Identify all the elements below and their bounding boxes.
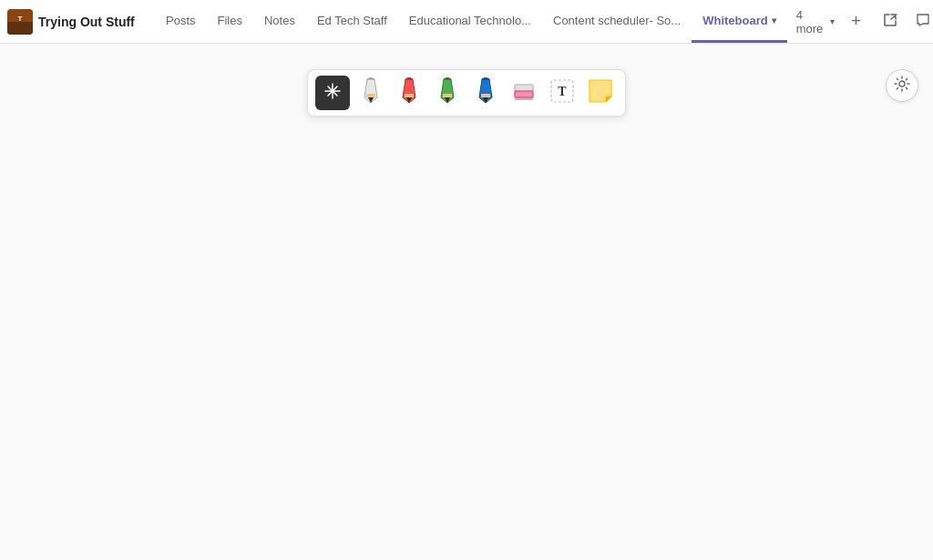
svg-marker-29 — [606, 97, 611, 102]
select-tool-button[interactable] — [315, 76, 350, 110]
svg-text:T: T — [18, 15, 23, 23]
svg-marker-15 — [444, 77, 451, 79]
svg-marker-11 — [405, 77, 413, 79]
svg-point-5 — [331, 89, 334, 93]
black-pencil-button[interactable] — [354, 76, 388, 110]
brand-title: Trying Out Stuff — [38, 15, 135, 29]
nav-tabs: Posts Files Notes Ed Tech Staff Educatio… — [155, 0, 868, 43]
svg-rect-23 — [515, 85, 533, 91]
chat-button[interactable] — [908, 7, 933, 36]
text-tool-icon: T — [549, 78, 575, 108]
blue-pencil-icon — [476, 77, 496, 109]
brand-avatar: T — [7, 9, 33, 35]
eraser-icon — [511, 77, 537, 109]
svg-rect-1 — [7, 22, 33, 35]
svg-text:T: T — [558, 85, 567, 98]
tab-more[interactable]: 4 more ▾ — [787, 0, 844, 43]
gear-icon — [894, 76, 910, 96]
tab-files[interactable]: Files — [207, 0, 253, 43]
add-tab-button[interactable]: + — [844, 7, 869, 36]
brand: T Trying Out Stuff — [7, 9, 144, 35]
whiteboard-canvas[interactable]: T — [0, 44, 933, 560]
sticky-note-button[interactable] — [583, 76, 618, 110]
tab-posts[interactable]: Posts — [155, 0, 207, 43]
settings-button[interactable] — [886, 69, 918, 102]
chat-icon — [916, 13, 930, 31]
sticky-note-icon — [588, 78, 613, 108]
tab-content-scheduler[interactable]: Content scheduler- So... — [542, 0, 692, 43]
open-external-icon — [883, 13, 897, 31]
select-tool-icon — [323, 82, 342, 105]
blue-pencil-button[interactable] — [468, 76, 503, 110]
svg-point-30 — [899, 81, 905, 87]
svg-rect-8 — [366, 94, 375, 97]
whiteboard-tab-chevron-icon: ▾ — [772, 15, 776, 25]
red-pencil-icon — [399, 77, 419, 109]
red-pencil-button[interactable] — [392, 76, 426, 110]
text-tool-button[interactable]: T — [545, 76, 579, 110]
svg-rect-16 — [443, 94, 452, 97]
tab-educational-techno[interactable]: Educational Technolo... — [398, 0, 542, 43]
green-pencil-icon — [437, 77, 457, 109]
header: T Trying Out Stuff Posts Files Notes Ed … — [0, 0, 933, 44]
more-chevron-icon: ▾ — [830, 16, 835, 26]
green-pencil-button[interactable] — [430, 76, 465, 110]
header-actions: ··· Meet ▾ — [876, 7, 933, 36]
drawing-toolbar: T — [307, 69, 626, 117]
svg-rect-20 — [481, 94, 490, 97]
black-pencil-icon — [361, 77, 381, 109]
open-external-button[interactable] — [876, 7, 905, 36]
eraser-button[interactable] — [507, 76, 541, 110]
tab-ed-tech-staff[interactable]: Ed Tech Staff — [306, 0, 398, 43]
svg-rect-25 — [515, 91, 533, 97]
tab-whiteboard[interactable]: Whiteboard ▾ — [692, 0, 787, 43]
svg-rect-24 — [515, 97, 533, 100]
svg-rect-12 — [405, 94, 414, 97]
svg-marker-19 — [482, 77, 489, 79]
tab-notes[interactable]: Notes — [253, 0, 306, 43]
svg-marker-7 — [367, 77, 374, 79]
